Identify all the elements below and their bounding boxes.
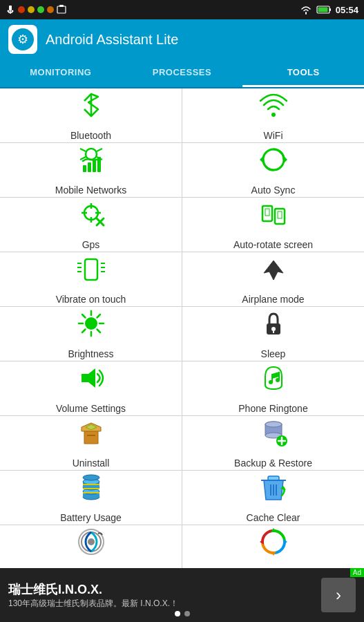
bluetooth-item[interactable]: Bluetooth bbox=[0, 88, 182, 142]
auto-rotate-item[interactable]: Auto-rotate screen bbox=[182, 198, 364, 252]
time-display: 05:54 bbox=[336, 5, 358, 15]
battery-status-icon bbox=[316, 5, 332, 15]
battery-item[interactable]: Battery Usage bbox=[0, 471, 182, 525]
sleep-item[interactable]: Sleep bbox=[182, 307, 364, 361]
dot-orange bbox=[47, 6, 54, 13]
airplane-icon bbox=[258, 254, 289, 288]
app-logo: ⚙ bbox=[8, 25, 37, 54]
brightness-label: Brightness bbox=[68, 348, 113, 359]
uninstall-icon bbox=[76, 417, 106, 452]
dot-yellow bbox=[28, 6, 35, 13]
backup-icon bbox=[258, 417, 289, 452]
ad-badge: Ad bbox=[350, 568, 364, 577]
svg-point-6 bbox=[28, 6, 35, 13]
system-clear-item[interactable]: System Clear bbox=[0, 525, 182, 568]
svg-point-8 bbox=[47, 6, 54, 13]
svg-point-64 bbox=[269, 380, 273, 384]
svg-point-91 bbox=[88, 538, 95, 545]
svg-rect-12 bbox=[318, 8, 327, 12]
svg-point-65 bbox=[276, 378, 280, 382]
svg-point-49 bbox=[85, 317, 97, 330]
ad-banner[interactable]: Ad 瑞士维氏I.N.O.X. 130年高级瑞士维氏制表品牌。最新 I.N.O.… bbox=[0, 568, 364, 622]
svg-line-16 bbox=[84, 109, 91, 116]
auto-sync-item[interactable]: Auto Sync bbox=[182, 143, 364, 197]
svg-rect-41 bbox=[278, 211, 282, 218]
ringtone-icon bbox=[258, 363, 289, 397]
auto-rotate-label: Auto-rotate screen bbox=[233, 239, 313, 250]
system-clear-icon bbox=[76, 527, 106, 561]
battery-label: Battery Usage bbox=[60, 512, 122, 523]
svg-rect-42 bbox=[85, 259, 97, 280]
sleep-icon bbox=[258, 308, 289, 343]
cache-item[interactable]: Cache Clear bbox=[182, 471, 364, 525]
volume-icon bbox=[76, 363, 106, 397]
dot-2 bbox=[184, 611, 190, 616]
dot-red bbox=[18, 6, 25, 13]
svg-point-4 bbox=[12, 10, 14, 12]
screenshot-icon bbox=[57, 5, 66, 15]
usb-icon bbox=[6, 5, 15, 15]
vibrate-icon bbox=[76, 254, 106, 288]
ringtone-item[interactable]: Phone Ringtone bbox=[182, 361, 364, 415]
svg-line-57 bbox=[82, 330, 86, 333]
svg-line-17 bbox=[84, 94, 91, 101]
mobile-networks-icon bbox=[76, 144, 106, 179]
ad-title: 瑞士维氏I.N.O.X. bbox=[8, 581, 178, 598]
uninstall-item[interactable]: Uninstall bbox=[0, 416, 182, 470]
svg-point-19 bbox=[86, 149, 97, 160]
volume-item[interactable]: Volume Settings bbox=[0, 361, 182, 415]
mobile-networks-item[interactable]: Mobile Networks bbox=[0, 143, 182, 197]
svg-rect-27 bbox=[97, 157, 101, 172]
gps-label: Gps bbox=[82, 239, 100, 250]
tab-bar: MONITORING PROCESSES TOOLS bbox=[0, 59, 364, 88]
gps-item[interactable]: Gps bbox=[0, 198, 182, 252]
dot-1 bbox=[175, 611, 180, 616]
system-info-item[interactable]: System Info bbox=[182, 525, 364, 568]
ad-dots bbox=[175, 611, 190, 616]
backup-label: Backup & Restore bbox=[234, 458, 312, 469]
svg-line-54 bbox=[82, 314, 86, 318]
wifi-status-icon bbox=[300, 5, 312, 15]
gps-icon bbox=[76, 199, 106, 234]
svg-point-5 bbox=[18, 6, 25, 13]
auto-sync-label: Auto Sync bbox=[251, 185, 296, 196]
app-title: Android Assistant Lite bbox=[46, 32, 178, 48]
ad-text: 瑞士维氏I.N.O.X. 130年高级瑞士维氏制表品牌。最新 I.N.O.X.！ bbox=[8, 581, 178, 610]
wifi-item[interactable]: WiFi bbox=[182, 88, 364, 142]
tab-tools[interactable]: TOOLS bbox=[242, 59, 364, 87]
tab-processes[interactable]: PROCESSES bbox=[122, 59, 243, 87]
svg-rect-10 bbox=[59, 5, 64, 7]
uninstall-label: Uninstall bbox=[73, 458, 110, 469]
svg-marker-30 bbox=[260, 156, 263, 163]
dot-green bbox=[37, 6, 44, 13]
volume-label: Volume Settings bbox=[56, 403, 126, 414]
airplane-label: Airplane mode bbox=[242, 294, 304, 305]
svg-rect-13 bbox=[329, 8, 331, 11]
vibrate-label: Vibrate on touch bbox=[56, 294, 126, 305]
svg-rect-0 bbox=[9, 6, 12, 10]
auto-rotate-icon bbox=[258, 199, 289, 234]
tools-grid: Bluetooth WiFi bbox=[0, 88, 364, 568]
svg-point-7 bbox=[37, 6, 44, 13]
svg-point-69 bbox=[265, 422, 282, 427]
tab-monitoring[interactable]: MONITORING bbox=[0, 59, 122, 87]
svg-line-20 bbox=[80, 149, 86, 151]
svg-line-21 bbox=[97, 149, 102, 151]
vibrate-item[interactable]: Vibrate on touch bbox=[0, 252, 182, 306]
brightness-item[interactable]: Brightness bbox=[0, 307, 182, 361]
bluetooth-label: Bluetooth bbox=[70, 130, 111, 141]
ad-arrow-button[interactable]: › bbox=[321, 578, 356, 612]
svg-rect-24 bbox=[83, 165, 86, 172]
backup-item[interactable]: Backup & Restore bbox=[182, 416, 364, 470]
svg-rect-39 bbox=[265, 209, 269, 216]
svg-rect-9 bbox=[57, 6, 66, 13]
ringtone-label: Phone Ringtone bbox=[238, 403, 307, 414]
cache-icon bbox=[258, 472, 289, 507]
wifi-icon bbox=[258, 90, 289, 124]
status-bar: 05:54 bbox=[0, 0, 364, 19]
airplane-item[interactable]: Airplane mode bbox=[182, 252, 364, 306]
battery-usage-icon bbox=[76, 472, 106, 507]
svg-point-59 bbox=[271, 327, 276, 331]
svg-rect-38 bbox=[262, 206, 272, 221]
status-icons-right: 05:54 bbox=[300, 5, 358, 15]
